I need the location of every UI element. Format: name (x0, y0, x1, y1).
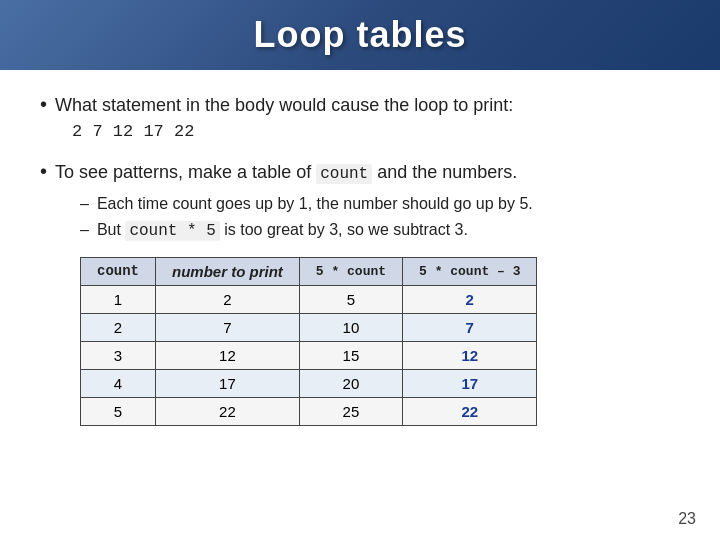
table-cell: 15 (299, 341, 402, 369)
table-cell: 2 (403, 285, 537, 313)
table-cell: 7 (403, 313, 537, 341)
sub-bullet-1: Each time count goes up by 1, the number… (80, 192, 680, 216)
bullet-dot-1: • (40, 90, 47, 118)
col-header-count: count (81, 257, 156, 285)
table-cell: 5 (299, 285, 402, 313)
table-cell: 5 (81, 397, 156, 425)
bullet2-text: To see patterns, make a table of count a… (55, 160, 517, 185)
table-cell: 1 (81, 285, 156, 313)
table-cell: 2 (81, 313, 156, 341)
table-cell: 3 (81, 341, 156, 369)
table-cell: 25 (299, 397, 402, 425)
bullet-dot-2: • (40, 157, 47, 185)
table-cell: 12 (403, 341, 537, 369)
table-cell: 17 (403, 369, 537, 397)
table-row: 4172017 (81, 369, 537, 397)
col-header-number-to-print: number to print (156, 257, 300, 285)
col-header-5-count: 5 * count (299, 257, 402, 285)
bullet-item-1: • What statement in the body would cause… (40, 90, 680, 141)
table-cell: 22 (156, 397, 300, 425)
code-count-times-5: count * 5 (125, 221, 219, 241)
table-row: 3121512 (81, 341, 537, 369)
page-title: Loop tables (253, 14, 466, 56)
table-row: 27107 (81, 313, 537, 341)
col-header-5-count-minus-3: 5 * count – 3 (403, 257, 537, 285)
code-count: count (316, 164, 372, 184)
bullet1-text: What statement in the body would cause t… (55, 93, 513, 118)
sub-bullet-2: But count * 5 is too great by 3, so we s… (80, 218, 680, 243)
table-cell: 22 (403, 397, 537, 425)
table-cell: 20 (299, 369, 402, 397)
table-cell: 2 (156, 285, 300, 313)
table-cell: 7 (156, 313, 300, 341)
table-cell: 17 (156, 369, 300, 397)
table-cell: 10 (299, 313, 402, 341)
bullet-item-2: • To see patterns, make a table of count… (40, 157, 680, 425)
bullet1-code: 2 7 12 17 22 (72, 122, 680, 141)
table-row: 1252 (81, 285, 537, 313)
table-header-row: count number to print 5 * count 5 * coun… (81, 257, 537, 285)
table-cell: 12 (156, 341, 300, 369)
sub-bullets: Each time count goes up by 1, the number… (80, 192, 680, 243)
loop-table: count number to print 5 * count 5 * coun… (80, 257, 537, 426)
header: Loop tables (0, 0, 720, 70)
table-cell: 4 (81, 369, 156, 397)
table-container: count number to print 5 * count 5 * coun… (80, 257, 680, 426)
page-number: 23 (678, 510, 696, 528)
table-row: 5222522 (81, 397, 537, 425)
content: • What statement in the body would cause… (0, 70, 720, 462)
